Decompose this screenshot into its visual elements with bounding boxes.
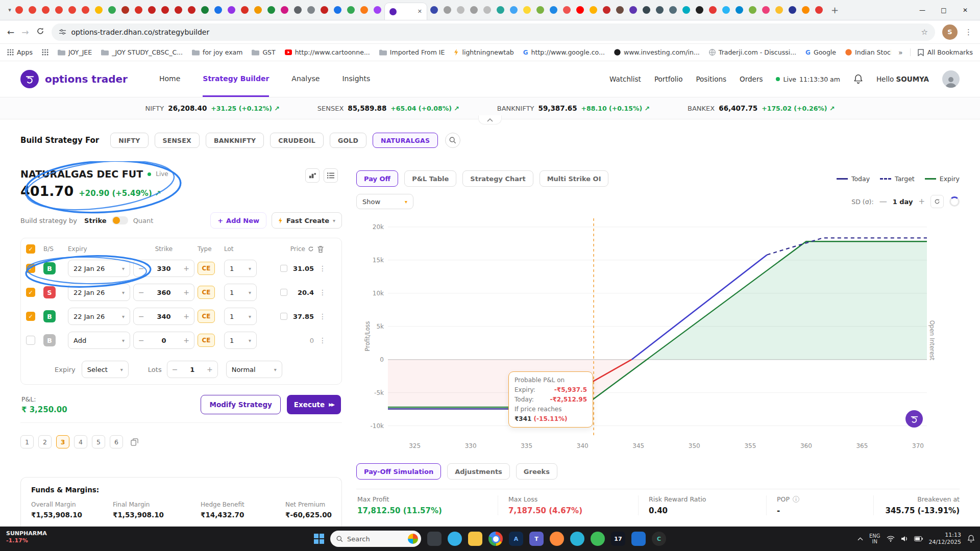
tab-strategy-chart[interactable]: Strategy Chart [462,170,533,187]
show-select[interactable]: Show▾ [356,194,413,209]
browser-tab-favicon[interactable] [347,6,355,14]
instrument-search-button[interactable] [445,133,460,148]
taskbar-app-store[interactable] [631,532,646,546]
taskbar-stock-widget[interactable]: SUNPHARMA -1.17% [6,530,47,544]
strike-stepper[interactable]: −0+ [133,332,194,349]
execute-button[interactable]: Execute ▶▶ [287,395,341,414]
row-menu-icon[interactable]: ⋮ [317,312,328,320]
browser-tab-favicon[interactable] [643,6,650,14]
tray-chevron-icon[interactable] [857,537,863,541]
browser-tab-favicon[interactable] [307,6,315,14]
browser-tab-favicon[interactable] [603,6,610,14]
language-indicator[interactable]: ENGIN [869,533,880,545]
browser-tab-favicon[interactable] [775,6,783,14]
price-checkbox[interactable] [280,313,287,320]
strike-stepper[interactable]: −330+ [133,260,194,277]
browser-tab-favicon[interactable] [709,6,717,14]
new-tab-button[interactable]: + [828,5,842,15]
buy-sell-toggle[interactable]: B [43,334,56,346]
instrument-chip-crudeoil[interactable]: CRUDEOIL [270,133,324,148]
leg-checkbox[interactable]: ✓ [26,288,35,297]
dhan-logo[interactable] [20,70,39,88]
browser-tab-favicon[interactable] [722,6,730,14]
browser-tab-favicon[interactable] [483,6,491,14]
taskbar-app-file-explorer[interactable] [468,532,482,546]
copy-share-icon[interactable] [131,438,138,446]
option-type-badge[interactable]: CE [198,286,215,299]
browser-tab-favicon[interactable] [214,6,222,14]
buy-sell-toggle[interactable]: B [43,262,56,274]
page-button-2[interactable]: 2 [38,435,52,448]
row-menu-icon[interactable]: ⋮ [317,288,328,296]
browser-tab-favicon[interactable] [536,6,544,14]
bookmark-item[interactable]: Ghttp://www.google.co... [523,48,605,56]
leg-checkbox[interactable]: ✓ [26,264,35,273]
buy-sell-toggle[interactable]: B [43,310,56,322]
browser-tab-favicon[interactable] [241,6,249,14]
option-type-badge[interactable]: CE [198,334,215,347]
browser-tab-favicon[interactable] [121,6,129,14]
browser-tab-favicon[interactable] [108,6,116,14]
page-button-6[interactable]: 6 [110,435,123,448]
browser-tab-favicon[interactable] [68,6,76,14]
buy-sell-toggle[interactable]: S [43,286,56,298]
browser-tab-favicon[interactable] [736,6,743,14]
tradingview-chart-button[interactable] [305,168,320,183]
instrument-chip-gold[interactable]: GOLD [330,133,366,148]
taskbar-app-photoshop[interactable]: A [509,532,523,546]
select-all-checkbox[interactable]: ✓ [26,244,35,254]
delete-legs-icon[interactable] [317,245,324,253]
browser-tab-favicon[interactable] [161,6,169,14]
browser-tab-favicon[interactable] [510,6,518,14]
ticker-item[interactable]: BANKEX66,407.75+175.02 (+0.26%) ↗ [688,104,835,112]
browser-tab-favicon[interactable] [135,6,142,14]
browser-tab-favicon[interactable] [175,6,182,14]
browser-tab-favicon[interactable] [789,6,796,14]
strike-stepper[interactable]: −360+ [133,284,194,301]
window-close-button[interactable]: ✕ [954,1,976,20]
option-type-badge[interactable]: CE [198,310,215,323]
strike-stepper[interactable]: −340+ [133,308,194,325]
lot-select[interactable]: 1▾ [224,332,257,349]
bookmark-item[interactable]: lightningnewtab [454,48,513,56]
browser-tab-favicon[interactable] [42,6,50,14]
instrument-chip-naturalgas[interactable]: NATURALGAS [373,133,438,148]
taskbar-search[interactable]: Search [330,531,421,547]
browser-profile-avatar[interactable]: S [942,24,958,40]
strike-quant-toggle[interactable] [112,216,128,224]
tab-list-chevron-icon[interactable]: ▾ [4,5,15,16]
expiry-select[interactable]: 22 Jan 26▾ [68,284,130,301]
active-tab[interactable]: ✕ [384,3,427,20]
browser-tab-favicon[interactable] [656,6,664,14]
ticker-item[interactable]: SENSEX85,589.88+65.04 (+0.08%) ↗ [317,104,459,112]
browser-tab-favicon[interactable] [201,6,209,14]
taskbar-app-edge[interactable] [570,532,584,546]
bookmark-item[interactable]: www.investing.com/in... [614,48,700,56]
browser-tab-favicon[interactable] [334,6,341,14]
browser-tab-favicon[interactable] [29,6,36,14]
footer-expiry-select[interactable]: Select▾ [82,361,129,378]
instrument-chip-banknifty[interactable]: BANKNIFTY [206,133,264,148]
taskbar-app-firefox[interactable] [550,532,564,546]
bookmark-item[interactable]: for joy exam [192,48,242,56]
browser-tab-favicon[interactable] [267,6,275,14]
reload-button[interactable] [36,27,44,37]
page-button-4[interactable]: 4 [74,435,87,448]
tab-adjustments[interactable]: Adjustments [447,463,510,480]
nav-positions[interactable]: Positions [696,75,726,83]
window-maximize-button[interactable]: □ [933,1,954,20]
browser-tab-favicon[interactable] [669,6,677,14]
order-mode-select[interactable]: Normal▾ [226,361,282,378]
wifi-icon[interactable] [887,536,895,542]
browser-tab-favicon[interactable] [254,6,262,14]
browser-tab-favicon[interactable] [148,6,156,14]
forward-button[interactable]: → [21,27,29,37]
bookmark-item[interactable]: GGoogle [805,48,836,56]
bookmark-item[interactable]: _JOY STUDY_CBSC_C... [101,48,183,56]
battery-icon[interactable] [914,536,923,541]
nav-insights[interactable]: Insights [342,61,370,97]
browser-tab-favicon[interactable] [321,6,328,14]
browser-tab-favicon[interactable] [360,6,368,14]
window-minimize-button[interactable]: — [912,1,933,20]
browser-tab-favicon[interactable] [95,6,103,14]
